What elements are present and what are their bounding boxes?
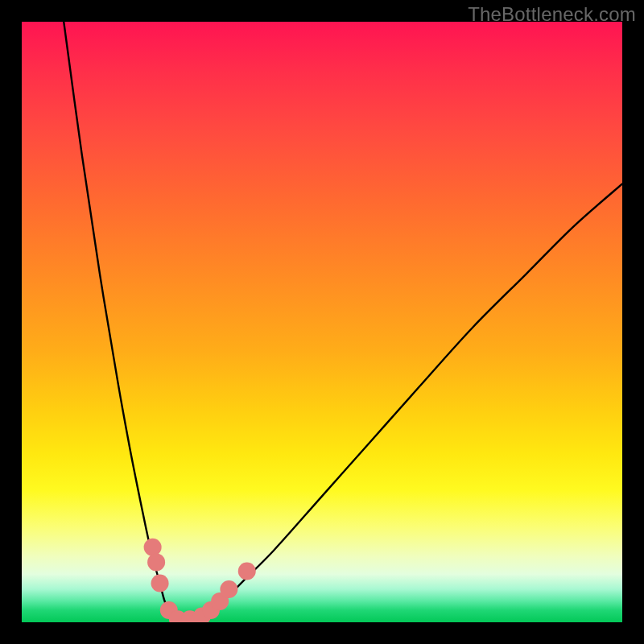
plot-area — [22, 22, 622, 622]
curve-marker — [151, 575, 169, 592]
bottleneck-curve-path — [64, 22, 622, 622]
chart-container: TheBottleneck.com — [0, 0, 644, 644]
curve-marker — [147, 553, 165, 571]
marker-group — [144, 539, 256, 622]
watermark-label: TheBottleneck.com — [468, 3, 636, 26]
curve-marker — [220, 580, 237, 598]
curve-marker — [144, 539, 162, 556]
curve-marker — [238, 563, 256, 580]
curve-overlay — [22, 22, 622, 622]
